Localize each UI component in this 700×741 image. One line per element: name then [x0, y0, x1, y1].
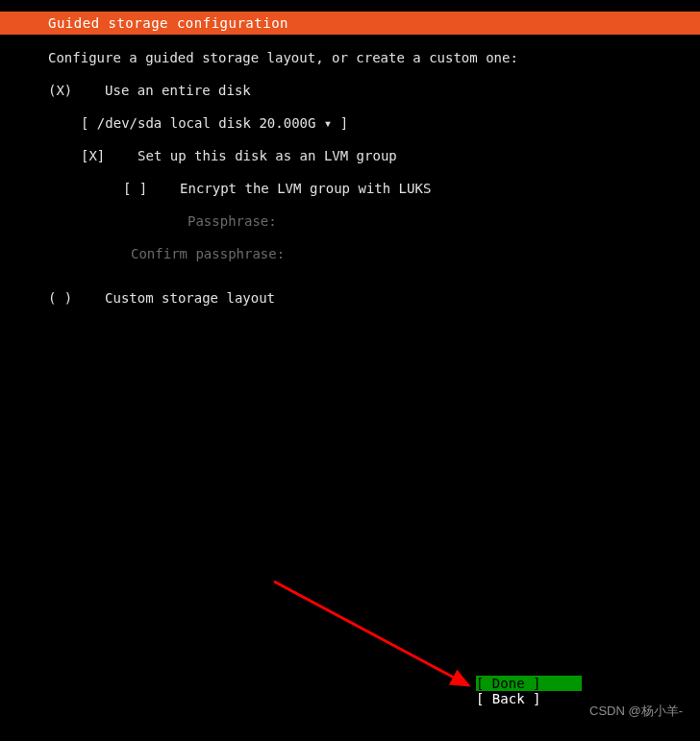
instruction-text: Configure a guided storage layout, or cr… — [48, 50, 652, 65]
done-button-label: [ Done ] — [476, 676, 540, 691]
option-encrypt[interactable]: [ ] Encrypt the LVM group with LUKS — [123, 181, 652, 196]
checkbox-checked-icon: [X] — [81, 148, 105, 163]
footer-buttons: [ Done ] [ Back ] — [476, 676, 582, 706]
option-lvm-label: Set up this disk as an LVM group — [138, 148, 397, 163]
checkbox-unchecked-icon: [ ] — [123, 181, 147, 196]
confirm-passphrase-label: Confirm passphrase: — [131, 246, 652, 261]
back-button-label: [ Back ] — [476, 691, 540, 706]
title-bar: Guided storage configuration — [0, 12, 700, 35]
option-custom-layout-label: Custom storage layout — [105, 290, 275, 306]
svg-line-1 — [274, 581, 468, 685]
disk-selector-dropdown[interactable]: [ /dev/sda local disk 20.000G ▾ ] — [81, 115, 652, 131]
annotation-arrow-icon — [269, 577, 490, 711]
option-entire-disk[interactable]: (X) Use an entire disk — [48, 83, 652, 98]
done-button[interactable]: [ Done ] — [476, 676, 582, 691]
page-title: Guided storage configuration — [48, 15, 288, 31]
option-encrypt-label: Encrypt the LVM group with LUKS — [180, 181, 431, 196]
option-lvm[interactable]: [X] Set up this disk as an LVM group — [81, 148, 652, 163]
option-custom-layout[interactable]: ( ) Custom storage layout — [48, 290, 652, 306]
passphrase-label: Passphrase: — [188, 213, 652, 229]
radio-unselected-icon: ( ) — [48, 290, 72, 306]
option-entire-disk-label: Use an entire disk — [105, 83, 251, 98]
back-button[interactable]: [ Back ] — [476, 691, 582, 706]
radio-selected-icon: (X) — [48, 83, 72, 98]
watermark-text: CSDN @杨小羊- — [589, 703, 683, 720]
disk-selector-value: [ /dev/sda local disk 20.000G ▾ ] — [81, 115, 348, 131]
main-content: Configure a guided storage layout, or cr… — [0, 35, 700, 306]
